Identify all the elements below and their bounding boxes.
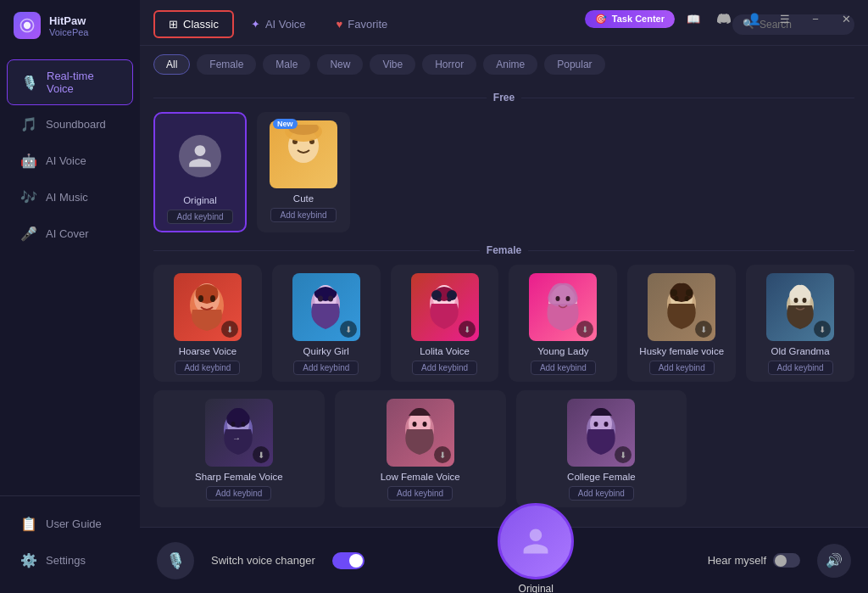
svg-point-23 [565,296,570,301]
sidebar-item-ai-cover[interactable]: 🎤 AI Cover [7,216,133,251]
voice-changer-toggle[interactable] [332,552,364,569]
favorite-tab-icon: ♥ [337,18,343,31]
voice-card-hoarse[interactable]: ⬇ Hoarse Voice Add keybind [153,265,262,382]
voice-card-lolita[interactable]: ⬇ Lolita Voice Add keybind [391,265,499,382]
cute-card-image [270,120,337,188]
tab-classic[interactable]: ⊞ Classic [153,10,234,38]
active-voice-display: Original Save adjust ↺ [492,503,581,594]
switch-voice-label: Switch voice changer [211,554,315,567]
grandma-card-name: Old Grandma [771,346,830,356]
filter-anime[interactable]: Anime [483,54,537,75]
hoarse-keybind-btn[interactable]: Add keybind [175,361,240,375]
tab-ai-voice[interactable]: ✦ AI Voice [237,12,320,36]
svg-point-29 [686,289,693,296]
voice-card-original[interactable]: Original Add keybind [153,112,247,232]
lolita-card-name: Lolita Voice [420,346,470,356]
sidebar-item-ai-music[interactable]: 🎶 AI Music [7,180,133,215]
filter-popular[interactable]: Popular [544,54,604,75]
speaker-button[interactable]: 🔊 [817,544,851,578]
favorite-tab-label: Favorite [348,18,387,31]
quirky-keybind-btn[interactable]: Add keybind [293,361,359,375]
female-cards-row-2: → ⬇ Sharp Female Voice Add keybind ⬇ Low… [153,390,854,507]
filter-all[interactable]: All [153,54,190,75]
filter-new[interactable]: New [317,54,363,75]
svg-point-12 [318,295,323,301]
svg-point-37 [242,422,246,427]
settings-icon: ⚙️ [20,552,37,568]
female-section-label: Female [153,244,854,256]
sidebar-item-ai-voice[interactable]: 🤖 AI Voice [7,143,133,178]
svg-point-28 [670,289,677,296]
svg-point-36 [231,422,236,427]
sharp-keybind-btn[interactable]: Add keybind [206,486,271,501]
filter-vibe[interactable]: Vibe [370,54,415,75]
sidebar-item-ai-voice-label: AI Voice [46,154,86,167]
svg-point-19 [448,297,452,301]
sharp-download-icon[interactable]: ⬇ [253,446,270,463]
voice-card-sharp[interactable]: → ⬇ Sharp Female Voice Add keybind [153,390,325,507]
mic-toggle-button[interactable]: 🎙️ [157,542,194,579]
lolita-keybind-btn[interactable]: Add keybind [412,361,477,375]
sidebar-item-soundboard-label: Soundboard [46,118,106,131]
hoarse-download-icon[interactable]: ⬇ [221,321,238,338]
voice-card-college[interactable]: ⬇ College Female Add keybind [516,390,687,507]
quirky-download-icon[interactable]: ⬇ [340,321,357,338]
young-keybind-btn[interactable]: Add keybind [531,361,596,375]
lolita-download-icon[interactable]: ⬇ [459,321,476,338]
voice-card-grandma[interactable]: ⬇ Old Grandma Add keybind [746,265,854,382]
ai-voice-icon: 🤖 [20,153,37,169]
young-card-name: Young Lady [537,346,588,356]
voice-card-low[interactable]: ⬇ Low Female Voice Add keybind [335,390,506,507]
filter-male[interactable]: Male [263,54,310,75]
svg-point-41 [413,422,417,427]
low-card-name: Low Female Voice [381,472,460,482]
svg-point-22 [555,296,559,301]
grandma-keybind-btn[interactable]: Add keybind [768,361,833,375]
sidebar-item-realtime[interactable]: 🎙️ Real-time Voice [7,59,133,105]
active-voice-image [498,503,574,579]
grandma-download-icon[interactable]: ⬇ [814,321,831,338]
user-guide-icon: 📋 [20,516,37,532]
center-section: Original Save adjust ↺ [381,503,691,594]
tab-favorite[interactable]: ♥ Favorite [323,12,402,36]
sidebar-item-user-guide[interactable]: 📋 User Guide [7,506,133,541]
filter-horror[interactable]: Horror [422,54,476,75]
college-keybind-btn[interactable]: Add keybind [569,486,634,501]
voice-card-cute[interactable]: New Cute Add keybind [257,112,350,232]
low-download-icon[interactable]: ⬇ [434,446,451,463]
minimize-button[interactable]: − [804,7,827,31]
filter-female[interactable]: Female [197,54,256,75]
task-center-button[interactable]: 🎯 Task Center [585,10,675,28]
task-center-label: Task Center [612,14,665,24]
cute-keybind-btn[interactable]: Add keybind [270,208,336,222]
sidebar-item-settings[interactable]: ⚙️ Settings [7,543,133,578]
menu-button[interactable]: ☰ [773,7,797,31]
voice-card-quirky[interactable]: ⬇ Quirky Girl Add keybind [272,265,381,382]
toggle-knob [349,554,363,568]
task-center-icon: 🎯 [595,14,607,25]
discord-button[interactable] [712,7,736,31]
classic-tab-icon: ⊞ [169,18,178,31]
cute-card-image-wrapper: New [270,120,337,188]
original-card-image-wrapper [166,122,234,190]
soundboard-icon: 🎵 [20,116,37,132]
book-button[interactable]: 📖 [682,7,705,31]
sidebar-item-ai-music-label: AI Music [46,191,88,204]
close-button[interactable]: ✕ [834,7,858,31]
sidebar: HitPaw VoicePea 🎙️ Real-time Voice 🎵 Sou… [0,0,140,593]
hear-myself-toggle[interactable] [773,553,800,568]
voice-card-husky[interactable]: ⬇ Husky female voice Add keybind [627,265,736,382]
sidebar-item-soundboard[interactable]: 🎵 Soundboard [7,107,133,142]
original-card-name: Original [183,195,217,205]
original-keybind-btn[interactable]: Add keybind [167,210,232,224]
svg-point-26 [674,296,678,301]
app-logo: HitPaw VoicePea [0,0,140,51]
user-button[interactable]: 👤 [743,7,766,31]
cute-character-svg [278,125,329,184]
sidebar-item-realtime-label: Real-time Voice [47,70,119,95]
low-keybind-btn[interactable]: Add keybind [387,486,453,501]
husky-keybind-btn[interactable]: Add keybind [649,361,715,375]
hoarse-card-name: Hoarse Voice [179,346,236,356]
hear-toggle-knob [775,555,787,567]
voice-card-young[interactable]: ⬇ Young Lady Add keybind [509,265,617,382]
